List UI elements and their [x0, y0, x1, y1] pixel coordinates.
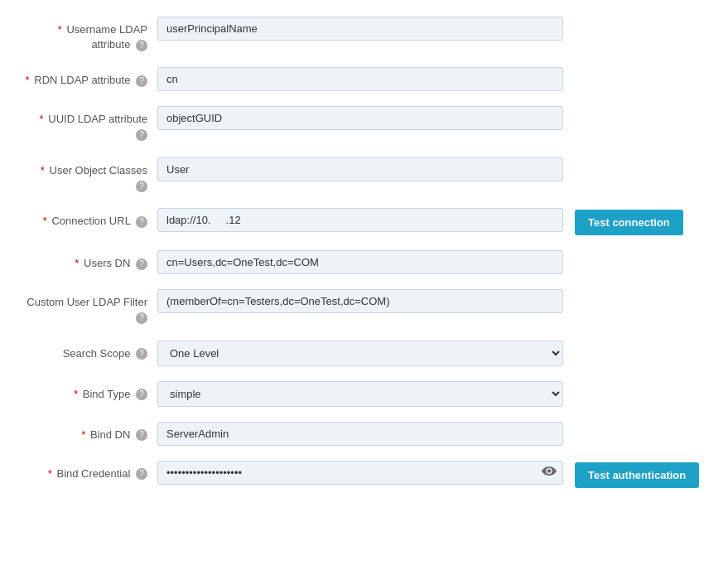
- uuid-ldap-row: * UUID LDAP attribute ?: [25, 106, 703, 142]
- bind-dn-help-icon[interactable]: ?: [136, 429, 147, 441]
- custom-user-ldap-filter-row: Custom User LDAP Filter ?: [25, 289, 703, 325]
- custom-user-ldap-filter-input[interactable]: [157, 289, 563, 313]
- user-object-classes-input-col: [157, 157, 563, 181]
- search-scope-row: Search Scope ? One Level Subtree: [25, 341, 703, 366]
- bind-credential-help-icon[interactable]: ?: [136, 468, 147, 480]
- custom-user-ldap-filter-help-icon[interactable]: ?: [136, 312, 147, 324]
- connection-url-input-col: [157, 208, 563, 232]
- bind-credential-input[interactable]: [157, 461, 563, 485]
- uuid-ldap-input[interactable]: [157, 106, 563, 130]
- search-scope-help-icon[interactable]: ?: [136, 348, 147, 360]
- bind-credential-wrapper: [157, 461, 563, 485]
- user-object-classes-help-icon[interactable]: ?: [136, 181, 147, 192]
- rdn-ldap-row: * RDN LDAP attribute ?: [25, 67, 703, 91]
- custom-user-ldap-filter-label: Custom User LDAP Filter ?: [25, 289, 157, 325]
- test-authentication-col: Test authentication: [563, 461, 699, 488]
- test-authentication-button[interactable]: Test authentication: [575, 462, 699, 488]
- rdn-ldap-input-col: [157, 67, 563, 91]
- uuid-ldap-label: * UUID LDAP attribute ?: [25, 106, 157, 142]
- bind-credential-input-col: [157, 461, 563, 485]
- custom-user-ldap-filter-input-col: [157, 289, 563, 313]
- search-scope-label: Search Scope ?: [25, 341, 157, 361]
- users-dn-label: * Users DN ?: [25, 250, 157, 271]
- connection-url-label: * Connection URL ?: [25, 208, 157, 229]
- test-connection-col: Test connection: [563, 208, 683, 235]
- bind-type-help-icon[interactable]: ?: [136, 389, 147, 400]
- connection-url-help-icon[interactable]: ?: [136, 216, 147, 228]
- username-ldap-label: * Username LDAP attribute ?: [25, 17, 157, 52]
- toggle-password-visibility-button[interactable]: [542, 465, 557, 480]
- users-dn-help-icon[interactable]: ?: [136, 259, 147, 270]
- bind-dn-label: * Bind DN ?: [25, 422, 157, 442]
- rdn-ldap-help-icon[interactable]: ?: [136, 75, 147, 87]
- user-object-classes-label: * User Object Classes ?: [25, 157, 157, 193]
- username-ldap-row: * Username LDAP attribute ?: [25, 17, 703, 52]
- rdn-ldap-label: * RDN LDAP attribute ?: [25, 67, 157, 88]
- bind-dn-input-col: [157, 422, 563, 446]
- users-dn-input-col: [157, 250, 563, 274]
- bind-type-select[interactable]: simple none: [157, 381, 563, 407]
- bind-dn-input[interactable]: [157, 422, 563, 446]
- connection-url-row: * Connection URL ? Test connection: [25, 208, 703, 235]
- username-ldap-input-col: [157, 17, 563, 41]
- bind-type-row: * Bind Type ? simple none: [25, 381, 703, 407]
- bind-credential-row: * Bind Credential ? Test authentication: [25, 461, 703, 488]
- bind-credential-label: * Bind Credential ?: [25, 461, 157, 481]
- test-connection-button[interactable]: Test connection: [575, 210, 683, 235]
- username-ldap-help-icon[interactable]: ?: [136, 40, 147, 51]
- uuid-ldap-help-icon[interactable]: ?: [136, 129, 147, 141]
- rdn-ldap-input[interactable]: [157, 67, 563, 91]
- bind-type-input-col: simple none: [157, 381, 563, 407]
- user-object-classes-row: * User Object Classes ?: [25, 157, 703, 193]
- users-dn-input[interactable]: [157, 250, 563, 274]
- search-scope-select[interactable]: One Level Subtree: [157, 341, 563, 366]
- search-scope-input-col: One Level Subtree: [157, 341, 563, 366]
- username-ldap-input[interactable]: [157, 17, 563, 41]
- user-object-classes-input[interactable]: [157, 157, 563, 181]
- connection-url-input[interactable]: [157, 208, 563, 232]
- uuid-ldap-input-col: [157, 106, 563, 130]
- bind-type-label: * Bind Type ?: [25, 381, 157, 402]
- bind-dn-row: * Bind DN ?: [25, 422, 703, 446]
- users-dn-row: * Users DN ?: [25, 250, 703, 274]
